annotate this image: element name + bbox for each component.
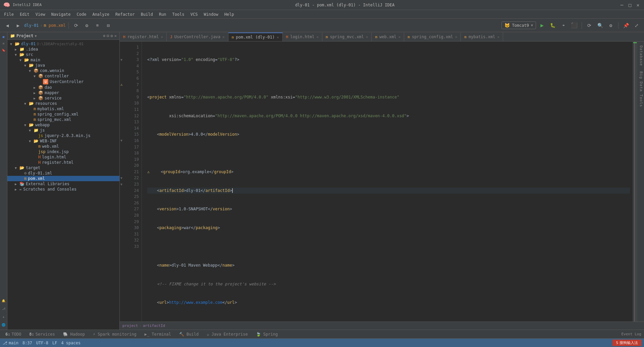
tab-close-pom[interactable]: ✕ bbox=[277, 35, 279, 40]
tree-item-pom-xml[interactable]: m pom.xml bbox=[7, 176, 119, 181]
menu-vcs[interactable]: VCS bbox=[188, 11, 201, 18]
tab-pom-xml[interactable]: m pom.xml (dly-01) ✕ bbox=[228, 32, 283, 41]
big-data-tools-icon[interactable]: Big Data Tools bbox=[637, 69, 644, 110]
pin-button[interactable]: 📌 bbox=[621, 21, 631, 30]
tab-close-mybatis[interactable]: ✕ bbox=[497, 35, 499, 39]
tree-item-login-html[interactable]: H login.html bbox=[7, 154, 119, 160]
line-col-status[interactable]: 8:37 bbox=[22, 341, 32, 345]
tab-hadoop[interactable]: 🐘 Hadoop bbox=[60, 331, 88, 337]
tree-item-main[interactable]: ▼ 📂 main bbox=[7, 57, 119, 63]
forward-button[interactable]: ▶ bbox=[13, 21, 23, 30]
tree-item-root[interactable]: ▼ 📂 dly-01 D:\IDEAProject\dly-01 bbox=[7, 41, 119, 47]
tree-item-jquery[interactable]: js jquery-2.0.3.min.js bbox=[7, 133, 119, 138]
tab-spring[interactable]: 🍃 Spring bbox=[253, 331, 280, 337]
run-config-dropdown[interactable]: 🐱 Tomcat9 ▼ bbox=[501, 21, 536, 29]
tab-java-enterprise[interactable]: ☕ Java Enterprise bbox=[204, 331, 251, 337]
tab-login-html[interactable]: H login.html ✕ bbox=[283, 32, 323, 41]
tree-item-package[interactable]: ▼ 📦 com.wenxin bbox=[7, 68, 119, 73]
menu-tools[interactable]: Tools bbox=[170, 11, 187, 18]
tab-close-register[interactable]: ✕ bbox=[161, 35, 163, 39]
sync-button[interactable]: ⟳ bbox=[71, 21, 81, 30]
tree-item-idea[interactable]: ▶ 📁 .idea bbox=[7, 47, 119, 52]
tab-services[interactable]: 8: Services bbox=[26, 331, 57, 337]
tree-item-webapp[interactable]: ▼ 📂 webapp bbox=[7, 122, 119, 128]
tab-spark[interactable]: ⚡ Spark monitoring bbox=[90, 331, 139, 337]
tab-terminal[interactable]: ▶_ Terminal bbox=[142, 331, 174, 337]
run-button[interactable]: ▶ bbox=[537, 21, 547, 30]
tree-item-spring-mvc[interactable]: m spring_mvc.xml bbox=[7, 117, 119, 122]
tree-item-webinf[interactable]: ▼ 📂 WEB-INF bbox=[7, 138, 119, 144]
tab-spring-mvc[interactable]: m spring_mvc.xml ✕ bbox=[322, 32, 372, 41]
line-ending-status[interactable]: LF bbox=[52, 341, 57, 345]
dropdown-arrow[interactable]: ▼ bbox=[35, 34, 37, 38]
code-area[interactable]: <?xml version="1.0" encoding="UTF-8"?> <… bbox=[142, 42, 633, 322]
menu-navigate[interactable]: Navigate bbox=[49, 11, 73, 18]
tree-item-js-folder[interactable]: ▼ 📁 js bbox=[7, 128, 119, 133]
breadcrumb-file[interactable]: m pom.xml bbox=[44, 23, 66, 28]
project-icon[interactable]: ■ bbox=[0, 33, 7, 40]
tree-item-spring-config[interactable]: m spring_config.xml bbox=[7, 112, 119, 117]
tree-item-index-jsp[interactable]: jsp index.jsp bbox=[7, 149, 119, 154]
menu-analyze[interactable]: Analyze bbox=[90, 11, 112, 18]
menu-window[interactable]: Window bbox=[201, 11, 221, 18]
tree-item-dao[interactable]: ▶ 📦 dao bbox=[7, 85, 119, 90]
menu-help[interactable]: Help bbox=[222, 11, 237, 18]
settings-gear[interactable]: ⚙ bbox=[606, 21, 615, 30]
indent-status[interactable]: 4 spaces bbox=[61, 341, 80, 345]
git-icon[interactable]: ⎇ bbox=[0, 305, 7, 312]
tab-close-spring-config[interactable]: ✕ bbox=[455, 35, 458, 39]
update-button[interactable]: ⟳ bbox=[585, 21, 594, 30]
stop-button[interactable]: ⬛ bbox=[570, 21, 579, 30]
bc-project[interactable]: project bbox=[122, 324, 138, 328]
menu-refactor[interactable]: Refactor bbox=[113, 11, 138, 18]
tab-close-login[interactable]: ✕ bbox=[316, 35, 319, 39]
bc-artifactid[interactable]: artifactId bbox=[143, 324, 165, 328]
project-settings-icon[interactable]: ⚙ bbox=[111, 33, 113, 38]
tab-register-html[interactable]: H register.html ✕ bbox=[120, 32, 167, 41]
menu-edit[interactable]: Edit bbox=[17, 11, 32, 18]
expand-button[interactable]: ⤢ bbox=[632, 21, 641, 30]
tree-item-src[interactable]: ▼ 📂 src bbox=[7, 52, 119, 57]
tree-item-controller[interactable]: ▼ 📦 controller bbox=[7, 73, 119, 79]
tree-item-web-xml[interactable]: m web.xml bbox=[7, 144, 119, 149]
favorites-icon[interactable]: ★ bbox=[0, 314, 7, 320]
tree-item-target[interactable]: ▼ 📂 target bbox=[7, 165, 119, 170]
gutter-line-22[interactable]: ▼ bbox=[120, 175, 125, 181]
structure-icon[interactable]: ≡ bbox=[0, 40, 7, 47]
close-button[interactable]: ✕ bbox=[635, 2, 641, 8]
tree-item-register-html[interactable]: H register.html bbox=[7, 160, 119, 165]
tree-item-java[interactable]: ▼ 📂 java bbox=[7, 63, 119, 68]
tab-todo[interactable]: 6: TODO bbox=[3, 331, 24, 337]
web-icon[interactable]: 🌐 bbox=[0, 322, 7, 328]
menu-build[interactable]: Build bbox=[138, 11, 156, 18]
gutter-line-16[interactable]: ▼ bbox=[120, 138, 125, 144]
notifications-icon[interactable]: 🔔 bbox=[0, 297, 7, 304]
search-everywhere[interactable]: 🔍 bbox=[595, 21, 605, 30]
tree-item-external-libs[interactable]: ▶ 📚 External Libraries bbox=[7, 181, 119, 187]
tab-build[interactable]: 🔨 Build bbox=[176, 331, 201, 337]
scrollbar-thumb[interactable] bbox=[634, 42, 635, 322]
coverage-button[interactable]: ☂ bbox=[559, 21, 568, 30]
gutter-line-3[interactable]: ▼ bbox=[120, 57, 125, 63]
tab-close-web[interactable]: ✕ bbox=[398, 35, 401, 39]
layout-button[interactable]: ⊞ bbox=[93, 21, 102, 30]
menu-view[interactable]: View bbox=[33, 11, 48, 18]
scrollbar-track[interactable] bbox=[633, 42, 637, 322]
tree-item-mybatis[interactable]: m mybatis.xml bbox=[7, 106, 119, 112]
gutter-line-23[interactable]: ▼ bbox=[120, 181, 125, 188]
tab-mybatis[interactable]: m mybatis.xml ✕ bbox=[461, 32, 503, 41]
collapse-all-icon[interactable]: ⊟ bbox=[107, 33, 109, 38]
locate-icon[interactable]: ⊕ bbox=[103, 33, 105, 38]
back-button[interactable]: ◀ bbox=[3, 21, 12, 30]
minimize-button[interactable]: ─ bbox=[619, 2, 625, 8]
tree-item-resources[interactable]: ▼ 📂 resources bbox=[7, 101, 119, 106]
tree-item-scratches[interactable]: ▶ ✏️ Scratches and Consoles bbox=[7, 187, 119, 192]
git-branch-status[interactable]: ⎇ main bbox=[3, 341, 18, 345]
tab-web-xml[interactable]: m web.xml ✕ bbox=[372, 32, 404, 41]
tree-item-service[interactable]: ▶ 📦 service bbox=[7, 95, 119, 101]
minimize-panel-button[interactable]: ⊟ bbox=[104, 21, 113, 30]
tree-item-usercontroller[interactable]: U UserController bbox=[7, 79, 119, 85]
menu-code[interactable]: Code bbox=[74, 11, 89, 18]
breadcrumb-project[interactable]: dly-01 bbox=[24, 23, 39, 28]
event-log-button[interactable]: Event Log bbox=[621, 332, 641, 336]
